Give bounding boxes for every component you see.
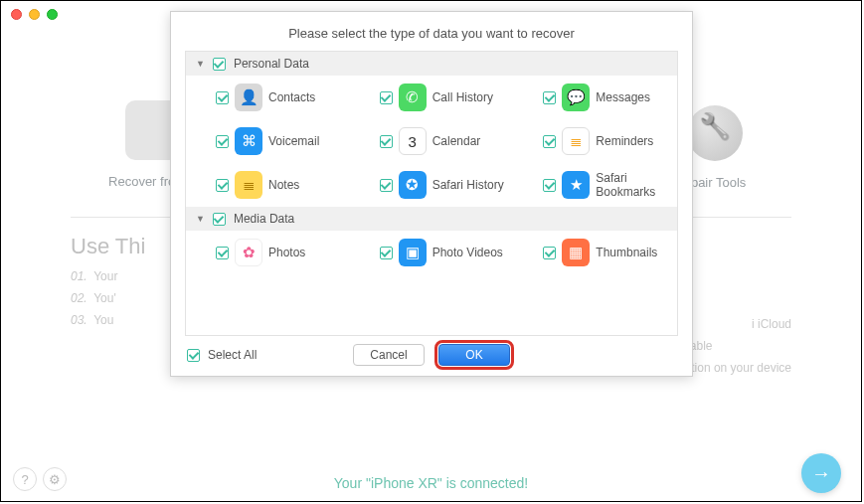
label-notes: Notes (268, 178, 299, 192)
data-type-notes[interactable]: ≣Notes (186, 163, 350, 207)
label-photos: Photos (268, 246, 305, 259)
disclosure-triangle-icon[interactable]: ▼ (196, 214, 205, 224)
checkbox-notes[interactable] (216, 179, 229, 192)
photos-icon: ✿ (235, 239, 262, 266)
checkbox-voicemail[interactable] (216, 135, 229, 148)
device-connected-status: Your "iPhone XR" is connected! (1, 475, 861, 491)
cancel-button[interactable]: Cancel (353, 344, 425, 366)
contacts-icon: 👤 (235, 84, 262, 111)
reminders-icon: ≣ (562, 127, 590, 155)
label-thumbnails: Thumbnails (596, 246, 657, 259)
checkbox-select-all[interactable] (187, 349, 200, 362)
data-type-messages[interactable]: 💬Messages (513, 76, 677, 119)
label-photoVideos: Photo Videos (432, 246, 503, 259)
checkbox-thumbnails[interactable] (543, 247, 556, 259)
data-type-calendar[interactable]: 3Calendar (350, 119, 514, 163)
select-all-label: Select All (208, 348, 257, 362)
data-type-photoVideos[interactable]: ▣Photo Videos (350, 231, 514, 274)
checkbox-contacts[interactable] (216, 91, 229, 104)
photoVideos-icon: ▣ (399, 239, 427, 266)
label-reminders: Reminders (596, 134, 653, 148)
data-type-safariBookmarks[interactable]: ★Safari Bookmarks (513, 163, 677, 207)
safariBookmarks-icon: ★ (562, 171, 590, 199)
personal-data-grid: 👤Contacts✆Call History💬Messages⌘Voicemai… (186, 76, 677, 207)
data-type-callHistory[interactable]: ✆Call History (350, 76, 514, 119)
select-all-row[interactable]: Select All (187, 348, 257, 362)
checkbox-photoVideos[interactable] (380, 247, 393, 259)
footer: ? ⚙ Your "iPhone XR" is connected! → (1, 475, 861, 491)
settings-button[interactable]: ⚙ (43, 467, 67, 491)
checkbox-messages[interactable] (543, 91, 556, 104)
label-safariHistory: Safari History (432, 178, 504, 192)
ok-button[interactable]: OK (438, 344, 510, 366)
checkbox-personal-data[interactable] (213, 58, 226, 71)
data-type-contacts[interactable]: 👤Contacts (186, 76, 350, 119)
checkbox-safariHistory[interactable] (380, 179, 393, 192)
modal-title: Please select the type of data you want … (171, 12, 692, 51)
category-media-data-label: Media Data (234, 212, 294, 226)
help-button[interactable]: ? (13, 467, 37, 491)
label-contacts: Contacts (268, 90, 315, 104)
data-type-voicemail[interactable]: ⌘Voicemail (186, 119, 350, 163)
media-data-grid: ✿Photos▣Photo Videos▦Thumbnails (186, 231, 677, 274)
label-calendar: Calendar (432, 134, 481, 148)
label-messages: Messages (596, 90, 650, 104)
checkbox-photos[interactable] (216, 247, 229, 259)
data-type-reminders[interactable]: ≣Reminders (513, 119, 677, 163)
data-type-safariHistory[interactable]: ✪Safari History (350, 163, 514, 207)
thumbnails-icon: ▦ (562, 239, 590, 266)
category-media-data[interactable]: ▼ Media Data (186, 207, 677, 231)
category-personal-data-label: Personal Data (234, 57, 309, 71)
next-button[interactable]: → (801, 453, 841, 493)
modal-footer: Select All Cancel OK (171, 336, 692, 376)
messages-icon: 💬 (562, 84, 590, 111)
checkbox-safariBookmarks[interactable] (543, 179, 556, 192)
notes-icon: ≣ (235, 171, 262, 199)
repair-tools-icon (687, 105, 743, 161)
callHistory-icon: ✆ (399, 84, 427, 111)
category-personal-data[interactable]: ▼ Personal Data (186, 52, 677, 76)
label-voicemail: Voicemail (268, 134, 319, 148)
label-safariBookmarks: Safari Bookmarks (596, 171, 671, 199)
checkbox-reminders[interactable] (543, 135, 556, 148)
safariHistory-icon: ✪ (399, 171, 427, 199)
data-type-thumbnails[interactable]: ▦Thumbnails (513, 231, 677, 274)
checkbox-calendar[interactable] (380, 135, 393, 148)
checkbox-callHistory[interactable] (380, 91, 393, 104)
calendar-icon: 3 (399, 127, 427, 155)
select-data-type-modal: Please select the type of data you want … (170, 11, 693, 377)
data-type-photos[interactable]: ✿Photos (186, 231, 350, 274)
modal-body: ▼ Personal Data 👤Contacts✆Call History💬M… (185, 51, 678, 336)
checkbox-media-data[interactable] (213, 213, 226, 226)
label-callHistory: Call History (432, 90, 493, 104)
voicemail-icon: ⌘ (235, 127, 262, 155)
mode-label-repair: epair Tools (684, 175, 747, 190)
disclosure-triangle-icon[interactable]: ▼ (196, 59, 205, 69)
